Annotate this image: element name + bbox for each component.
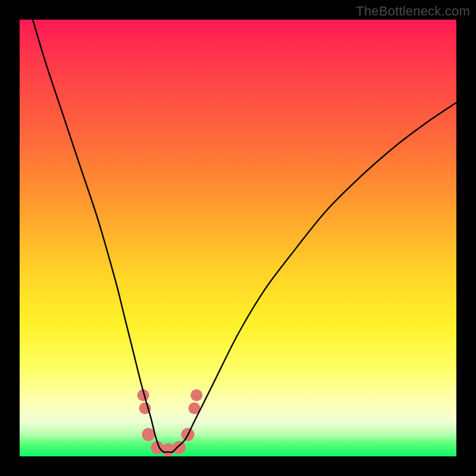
dot-floor-1 <box>142 428 155 441</box>
dot-right-upper <box>190 389 202 401</box>
plot-area <box>20 20 456 456</box>
dot-floor-3 <box>162 443 175 456</box>
watermark-text: TheBottleneck.com <box>356 4 470 19</box>
curve-layer <box>20 20 456 456</box>
marker-group <box>137 389 203 456</box>
bottleneck-curve <box>33 20 456 452</box>
dot-floor-4 <box>173 441 186 454</box>
chart-frame: TheBottleneck.com <box>0 0 476 476</box>
